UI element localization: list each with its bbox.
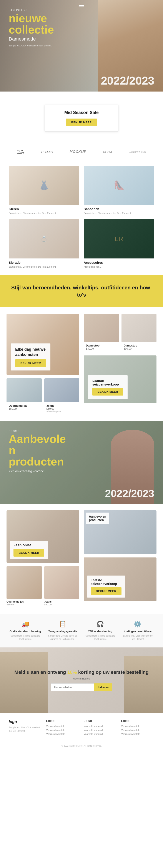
footer-link-1a[interactable]: Voorneld worsteld xyxy=(46,725,80,727)
products-grid: Elke dag nieuweaankomsten Bekijk meer Ov… xyxy=(6,314,157,414)
fashionist-title: Fashionist xyxy=(13,543,44,547)
fashionist-card[interactable]: Fashionist Bekijk meer xyxy=(6,510,79,563)
fashion-small-row: Overhemd jas $60.00 Jeans $60.00 xyxy=(6,566,79,607)
garantie-title: Terugbetalingsgarantie xyxy=(46,630,80,633)
garantie-icon: 📋 xyxy=(46,620,80,628)
newsletter-title: Meld u aan en ontvang 10% korting op uw … xyxy=(14,669,149,676)
fashion-girl1[interactable]: Overhemd jas $60.00 xyxy=(6,566,42,607)
overhemdjas-info: Overhemd jas $60.00 xyxy=(6,402,42,412)
accessoires-title: Accessoires xyxy=(84,261,154,265)
hero-year: 2022/2023 xyxy=(101,74,154,87)
accessoires-img: LR xyxy=(84,219,154,258)
footer-link-3a[interactable]: Voorneld worsteld xyxy=(121,725,155,727)
fashion-girl2[interactable]: Jeans $60.00 xyxy=(44,566,80,607)
girl2-name: Jeans xyxy=(44,600,80,603)
product-damestop1[interactable]: Damestop $30.00 xyxy=(84,314,119,352)
footer-brand-desc: Sample text. Use. Click to select the Te… xyxy=(9,726,42,733)
footer-link-2b[interactable]: Voorneld worsteld xyxy=(84,729,117,731)
footer-link-3b[interactable]: Voorneld worsteld xyxy=(121,729,155,731)
footer: logo Sample text. Use. Click to select t… xyxy=(0,713,163,751)
support-desc: Sample text. Click to select the Text El… xyxy=(84,634,117,641)
footer-col-2: logo Voorneld worsteld Voorneld worsteld… xyxy=(84,720,117,737)
damestop2-price: $30.00 xyxy=(124,347,155,350)
category-kleren[interactable]: 👗 Kleren Sample text. Click to select th… xyxy=(9,166,79,215)
product-jeans[interactable]: Jeans $60.00 Afbeelding van ... xyxy=(44,378,80,414)
girl1-info: Overhemd jas $60.00 xyxy=(6,599,42,607)
aanbevolen-label: Promo xyxy=(9,430,66,432)
support-icon: 🎧 xyxy=(84,620,117,628)
jeans-price: $60.00 xyxy=(46,407,77,410)
levering-title: Gratis standaard levering xyxy=(9,630,42,633)
brand-mockup: Mockup xyxy=(70,150,86,154)
levering-desc: Sample text. Click to select the Text El… xyxy=(9,634,42,641)
aanbevolen-title: Aanbevolenproducten xyxy=(9,433,66,467)
features-section: 🚚 Gratis standaard levering Sample text.… xyxy=(0,614,163,647)
damestop1-name: Damestop xyxy=(86,344,117,347)
featured-overlay: Elke dag nieuweaankomsten Bekijk meer xyxy=(11,343,50,370)
laatste-seizoen-overlay: Laatsteseizoensverkoop Bekijk meer xyxy=(87,576,125,597)
laatste-seizoen-card[interactable]: Laatsteseizoensverkoop Bekijk meer xyxy=(84,557,157,601)
sale-featured[interactable]: Laatsteseizoensverkoop Bekijk meer xyxy=(84,355,157,403)
newsletter-submit[interactable]: Indienen xyxy=(94,683,112,691)
fashion-left: Fashionist Bekijk meer Overhemd jas $60.… xyxy=(6,510,79,607)
jeans-name: Jeans xyxy=(46,404,77,407)
footer-link-3c[interactable]: Voorneld worsteld xyxy=(121,733,155,735)
girl1-name: Overhemd jas xyxy=(6,600,42,603)
aanbevolen-year: 2022/2023 xyxy=(105,488,154,499)
footer-col1-title: logo xyxy=(46,720,80,723)
categories-grid: 👗 Kleren Sample text. Click to select th… xyxy=(0,166,163,269)
sale-btn[interactable]: Bekijk meer xyxy=(66,119,97,126)
footer-link-1b[interactable]: Voorneld worsteld xyxy=(46,729,80,731)
jeans-info: Jeans $60.00 Afbeelding van ... xyxy=(44,402,80,414)
sale-title: Laatsteseizoensverkoop xyxy=(92,379,123,386)
kortingen-icon: ⚙️ xyxy=(121,620,155,628)
footer-brand-title: logo xyxy=(9,720,42,724)
damestop1-info: Damestop $30.00 xyxy=(84,342,119,352)
sieraden-desc: Sample text. Click to select the Text El… xyxy=(9,265,79,269)
fashion-grid: Fashionist Bekijk meer Overhemd jas $60.… xyxy=(0,510,163,607)
product-overhemdjas[interactable]: Overhemd jas $60.00 xyxy=(6,378,42,414)
sale-section: Mid Season Sale Bekijk meer xyxy=(0,98,163,138)
kleren-title: Kleren xyxy=(9,207,79,211)
featured-product[interactable]: Elke dag nieuweaankomsten Bekijk meer xyxy=(6,314,79,375)
aanbevolen-products-overlay: Aanbevolenproducten xyxy=(86,513,109,524)
category-schoenen[interactable]: 👠 Schoenen Sample text. Click to select … xyxy=(84,166,154,215)
damestop1-price: $30.00 xyxy=(86,347,117,350)
feature-garantie: 📋 Terugbetalingsgarantie Sample text. Cl… xyxy=(46,620,80,641)
laatste-seizoen-btn[interactable]: Bekijk meer xyxy=(91,587,121,595)
jeans-label: Afbeelding van ... xyxy=(46,410,77,413)
aanbevolen-products-card[interactable]: Aanbevolenproducten xyxy=(84,510,157,554)
category-accessoires[interactable]: LR Accessoires Afbeelding van ... xyxy=(84,219,154,269)
hero-desc: Sample text. Click to select the Text El… xyxy=(9,44,52,47)
brand-organic: ORGANIC xyxy=(41,151,53,153)
sieraden-title: Sieraden xyxy=(9,261,79,265)
hamburger-menu[interactable] xyxy=(78,3,85,10)
sale-btn[interactable]: Bekijk meer xyxy=(92,388,123,396)
newsletter-content: Meld u aan en ontvang 10% korting op uw … xyxy=(10,665,153,696)
footer-col3-title: logo xyxy=(121,720,155,723)
featured-title: Elke dag nieuweaankomsten xyxy=(15,347,46,357)
footer-link-1c[interactable]: Voorneld worsteld xyxy=(46,733,80,735)
products-left: Elke dag nieuweaankomsten Bekijk meer Ov… xyxy=(6,314,79,414)
newsletter-section: Meld u aan en ontvang 10% korting op uw … xyxy=(0,647,163,713)
aanbevolen-hero: Promo Aanbevolenproducten Zich onverschi… xyxy=(0,421,163,504)
footer-col-1: logo Voorneld worsteld Voorneld worsteld… xyxy=(46,720,80,737)
newsletter-input[interactable] xyxy=(51,683,94,691)
footer-link-2a[interactable]: Voorneld worsteld xyxy=(84,725,117,727)
garantie-desc: Sample text. Click to select de garantie… xyxy=(46,634,80,641)
products-section: Elke dag nieuweaankomsten Bekijk meer Ov… xyxy=(0,314,163,414)
damestop2-info: Damestop $30.00 xyxy=(121,342,157,352)
yellow-banner: Stijl van beroemdheden, winkeltips, outf… xyxy=(0,275,163,307)
category-sieraden[interactable]: 💍 Sieraden Sample text. Click to select … xyxy=(9,219,79,269)
schoenen-desc: Sample text. Click to select the Text El… xyxy=(84,212,154,215)
fashionist-btn[interactable]: Bekijk meer xyxy=(13,549,44,557)
fashion-right: Aanbevolenproducten Laatsteseizoensverko… xyxy=(84,510,157,607)
kortingen-desc: Sample text. Click to select the Text El… xyxy=(121,634,155,641)
footer-link-2c[interactable]: Voorneld worsteld xyxy=(84,733,117,735)
sale-card: Mid Season Sale Bekijk meer xyxy=(45,104,118,132)
hero-content: Stylisttips Nieuwecollectie Damesmode Sa… xyxy=(9,9,54,47)
product-damestop2[interactable]: Damestop $30.00 xyxy=(121,314,157,352)
featured-btn[interactable]: Bekijk meer xyxy=(15,359,46,367)
schoenen-img: 👠 xyxy=(84,166,154,205)
girl1-price: $60.00 xyxy=(6,603,42,606)
